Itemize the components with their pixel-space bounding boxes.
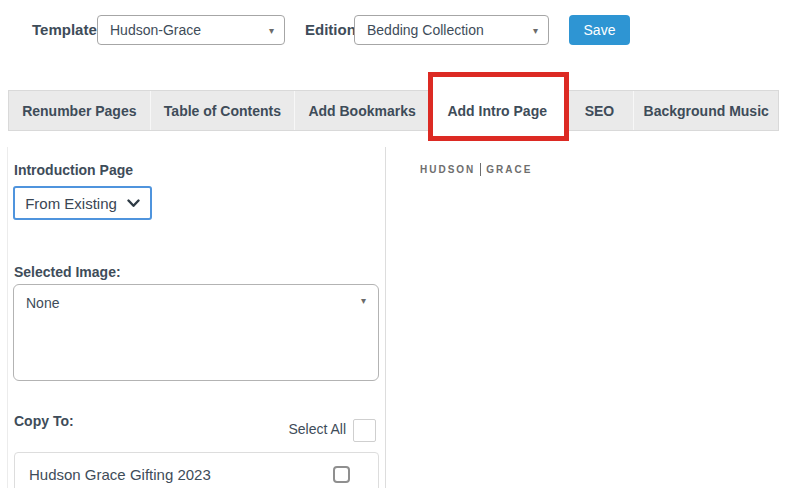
save-button[interactable]: Save (569, 15, 630, 45)
brand-logo-right: GRACE (486, 164, 532, 175)
copy-target-row[interactable]: Hudson Grace Gifting 2023 (14, 452, 379, 488)
caret-down-icon: ▾ (269, 25, 274, 36)
tab-add-bookmarks[interactable]: Add Bookmarks (295, 91, 430, 130)
copy-target-label: Hudson Grace Gifting 2023 (29, 466, 333, 483)
template-select-value: Hudson-Grace (110, 22, 263, 38)
edition-select[interactable]: Bedding Collection ▾ (354, 15, 549, 45)
caret-down-icon: ▾ (533, 25, 538, 36)
tab-bar: Renumber Pages Table of Contents Add Boo… (8, 90, 779, 131)
intro-page-panel: Introduction Page From Existing Selected… (7, 147, 385, 488)
app-window: Template Hudson-Grace ▾ Edition Bedding … (0, 0, 787, 488)
intro-mode-select[interactable]: From Existing (13, 186, 152, 220)
brand-logo-left: HUDSON (420, 164, 475, 175)
tab-seo[interactable]: SEO (566, 91, 635, 130)
panel-divider (385, 147, 386, 488)
brand-logo-divider (480, 163, 481, 176)
chevron-down-icon (127, 199, 140, 208)
tab-background-music[interactable]: Background Music (634, 91, 778, 130)
preview-pane-brand-logo: HUDSON GRACE (420, 163, 532, 176)
template-select[interactable]: Hudson-Grace ▾ (97, 15, 285, 45)
caret-down-icon: ▾ (361, 295, 366, 306)
introduction-page-label: Introduction Page (14, 162, 133, 178)
selected-image-select[interactable]: None ▾ (13, 284, 379, 381)
select-all-checkbox[interactable] (353, 419, 376, 442)
template-label: Template (32, 22, 97, 38)
copy-target-checkbox[interactable] (333, 466, 350, 483)
edition-select-value: Bedding Collection (367, 22, 527, 38)
selected-image-label: Selected Image: (14, 264, 121, 280)
select-all-label: Select All (8, 421, 346, 437)
intro-mode-select-value: From Existing (25, 195, 117, 212)
tab-table-of-contents[interactable]: Table of Contents (151, 91, 296, 130)
selected-image-value: None (26, 295, 59, 311)
tab-add-intro-page[interactable]: Add Intro Page (430, 90, 566, 131)
edition-label: Edition (305, 22, 356, 38)
tab-renumber-pages[interactable]: Renumber Pages (9, 91, 151, 130)
